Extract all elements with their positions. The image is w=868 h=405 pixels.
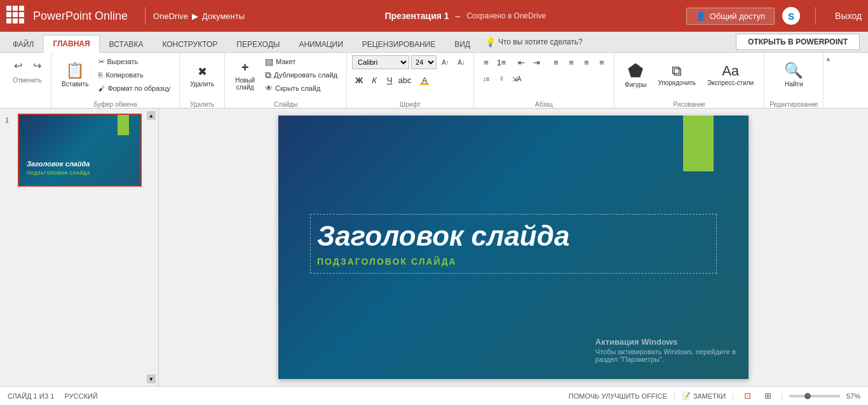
find-button[interactable]: 🔍 Найти — [779, 55, 808, 93]
quick-styles-icon: Aa — [722, 63, 739, 79]
ribbon-collapse-button[interactable]: ▲ — [824, 53, 832, 108]
breadcrumb: OneDrive ▶ Документы — [153, 11, 245, 21]
help-text[interactable]: Что вы хотите сделать? — [498, 37, 583, 46]
columns-button[interactable]: ⫴ — [494, 72, 508, 86]
doc-title-area: Презентация 1 – Сохранено в OneDrive — [245, 11, 686, 21]
copy-button[interactable]: Копировать — [95, 69, 174, 81]
scroll-up-button[interactable]: ▲ — [147, 111, 156, 120]
font-group: Calibri 24 A↑ A↓ Ж К Ч abc A Шрифт — [347, 53, 474, 108]
slide-thumb-accent — [118, 115, 129, 135]
bold-button[interactable]: Ж — [352, 73, 366, 87]
tab-insert[interactable]: ВСТАВКА — [100, 36, 153, 53]
delete-group-label: Удалить — [185, 101, 219, 108]
strikethrough-icon: abc — [398, 76, 412, 85]
activation-title: Активация Windows — [595, 337, 736, 347]
main-content: ▲ 1 Заголовок слайда ПОДЗАГОЛОВОК СЛАЙДА… — [0, 109, 868, 386]
quick-styles-button[interactable]: Aa Экспресс-стили — [702, 55, 759, 93]
breadcrumb-onedrive[interactable]: OneDrive — [153, 11, 188, 21]
tab-home[interactable]: ГЛАВНАЯ — [43, 35, 99, 53]
bullets-button[interactable]: ≡ — [479, 55, 493, 69]
paste-button[interactable]: 📋 Вставить — [57, 55, 93, 93]
normal-view-button[interactable]: ⊡ — [740, 389, 754, 403]
editing-group-label: Редактирование — [770, 101, 818, 108]
ribbon-tabs: ФАЙЛ ГЛАВНАЯ ВСТАВКА КОНСТРУКТОР ПЕРЕХОД… — [0, 32, 868, 53]
editing-group: 🔍 Найти Редактирование — [764, 53, 824, 108]
paragraph-group: ≡ 1≡ ⇤ ⇥ ≡ ≡ ≡ ≡ ↕≡ ⫴ ⇲A Абзац — [474, 53, 614, 108]
redo-button[interactable]: ↪ — [28, 56, 46, 74]
drawing-group-label: Рисование — [620, 101, 759, 108]
font-size-select[interactable]: 24 — [411, 55, 437, 69]
slide-1-container: 1 Заголовок слайда ПОДЗАГОЛОВОК СЛАЙДА — [5, 114, 153, 187]
paste-label: Вставить — [62, 81, 88, 88]
arrange-button[interactable]: ⧉ Упорядочить — [653, 55, 702, 93]
align-right-button[interactable]: ≡ — [580, 55, 593, 69]
slide-thumb-title: Заголовок слайда — [27, 160, 133, 168]
duplicate-button[interactable]: Дублировать слайд — [261, 69, 341, 81]
decrease-font-button[interactable]: A↓ — [454, 55, 468, 69]
align-center-button[interactable]: ≡ — [564, 55, 578, 69]
tab-review[interactable]: РЕЦЕНЗИРОВАНИЕ — [353, 36, 445, 53]
top-bar-left: PowerPoint Online OneDrive ▶ Документы П… — [6, 6, 686, 26]
slide-sorter-button[interactable]: ⊞ — [761, 389, 775, 403]
skype-icon[interactable]: S — [782, 7, 800, 25]
cut-icon — [98, 58, 104, 66]
editing-content: 🔍 Найти — [779, 55, 808, 100]
separator2 — [815, 7, 816, 25]
layout-icon — [265, 56, 273, 67]
slide-1-thumbnail[interactable]: Заголовок слайда ПОДЗАГОЛОВОК СЛАЙДА — [18, 114, 142, 187]
breadcrumb-documents[interactable]: Документы — [202, 11, 245, 21]
lightbulb-icon: 💡 — [485, 37, 496, 47]
tab-file[interactable]: ФАЙЛ — [3, 36, 43, 53]
underline-button[interactable]: Ч — [383, 73, 397, 87]
layout-button[interactable]: Макет — [261, 55, 341, 68]
open-powerpoint-button[interactable]: ОТКРЫТЬ В POWERPOINT — [736, 34, 860, 50]
align-left-icon: ≡ — [553, 58, 559, 67]
delete-label: Удалить — [190, 81, 214, 88]
increase-font-button[interactable]: A↑ — [438, 55, 452, 69]
improve-office-button[interactable]: ПОМОЧЬ УЛУЧШИТЬ OFFICE — [569, 392, 667, 400]
increase-indent-button[interactable]: ⇥ — [529, 55, 543, 69]
undo-label: Отменить — [13, 77, 42, 84]
decrease-indent-button[interactable]: ⇤ — [514, 55, 528, 69]
para-row-2: ↕≡ ⫴ ⇲A — [479, 72, 524, 86]
paragraph-content: ≡ 1≡ ⇤ ⇥ ≡ ≡ ≡ ≡ ↕≡ ⫴ ⇲A — [479, 55, 609, 100]
tab-design[interactable]: КОНСТРУКТОР — [153, 36, 227, 53]
text-direction-button[interactable]: ⇲A — [510, 72, 524, 86]
share-button[interactable]: 👤 Общий доступ — [686, 8, 775, 25]
new-slide-button[interactable]: Новый слайд — [230, 55, 260, 93]
doc-title[interactable]: Презентация 1 — [384, 11, 449, 21]
slide-thumb-subtitle: ПОДЗАГОЛОВОК СЛАЙДА — [27, 171, 133, 175]
shapes-button[interactable]: ⬟ Фигуры — [620, 55, 651, 93]
format-painter-button[interactable]: Формат по образцу — [95, 82, 174, 95]
justify-button[interactable]: ≡ — [595, 55, 609, 69]
slide-canvas[interactable]: Заголовок слайда ПОДЗАГОЛОВОК СЛАЙДА Акт… — [278, 116, 749, 379]
clipboard-content: 📋 Вставить Вырезать Копировать Формат по… — [57, 55, 174, 100]
align-left-button[interactable]: ≡ — [549, 55, 563, 69]
collapse-icon: ▲ — [825, 55, 831, 62]
zoom-slider[interactable] — [789, 395, 840, 397]
hide-slide-button[interactable]: Скрыть слайд — [261, 82, 341, 95]
cut-button[interactable]: Вырезать — [95, 55, 174, 68]
slides-panel: ▲ 1 Заголовок слайда ПОДЗАГОЛОВОК СЛАЙДА… — [0, 109, 159, 386]
tab-animations[interactable]: АНИМАЦИИ — [289, 36, 352, 53]
font-color-button[interactable]: A — [417, 73, 431, 87]
format-painter-label: Формат по образцу — [107, 84, 170, 92]
notes-button[interactable]: 📝 ЗАМЕТКИ — [682, 392, 726, 400]
slide-title-box[interactable]: Заголовок слайда ПОДЗАГОЛОВОК СЛАЙДА — [310, 214, 717, 274]
strikethrough-button[interactable]: abc — [398, 73, 412, 87]
underline-icon: Ч — [387, 76, 393, 85]
tab-transitions[interactable]: ПЕРЕХОДЫ — [227, 36, 289, 53]
find-icon: 🔍 — [784, 62, 803, 79]
font-family-select[interactable]: Calibri — [352, 55, 409, 69]
waffle-icon[interactable] — [6, 6, 27, 26]
tab-view[interactable]: ВИД — [445, 36, 480, 53]
scroll-down-button[interactable]: ▼ — [147, 375, 156, 383]
numbering-button[interactable]: 1≡ — [494, 55, 508, 69]
delete-button[interactable]: Удалить — [185, 55, 219, 93]
columns-icon: ⫴ — [500, 75, 503, 83]
line-spacing-button[interactable]: ↕≡ — [479, 72, 493, 86]
italic-button[interactable]: К — [367, 73, 381, 87]
exit-button[interactable]: Выход — [835, 11, 862, 21]
undo-button[interactable]: ↩ — [9, 56, 27, 74]
increase-font-icon: A↑ — [442, 59, 449, 66]
